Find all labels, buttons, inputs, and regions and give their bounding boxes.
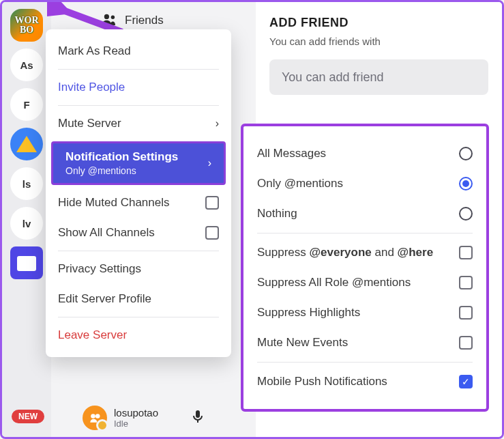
checkbox-icon[interactable] bbox=[459, 336, 473, 350]
svg-point-0 bbox=[104, 14, 109, 18]
server-icon-cheese[interactable] bbox=[10, 128, 43, 160]
menu-leave-label: Leave Server bbox=[58, 328, 127, 342]
server-icon-as[interactable]: As bbox=[10, 48, 43, 81]
option-only-mentions[interactable]: Only @mentions bbox=[257, 169, 473, 199]
option-all-messages[interactable]: All Messages bbox=[257, 139, 473, 169]
menu-privacy-label: Privacy Settings bbox=[58, 262, 141, 276]
menu-divider bbox=[58, 317, 219, 317]
checkbox-icon[interactable] bbox=[459, 306, 473, 320]
checkbox-icon[interactable] bbox=[459, 276, 473, 289]
server-icon-ls[interactable]: ls bbox=[10, 167, 43, 200]
menu-mute-label: Mute Server bbox=[58, 117, 121, 130]
chevron-right-icon: › bbox=[216, 117, 219, 130]
menu-privacy-settings[interactable]: Privacy Settings bbox=[46, 254, 231, 284]
radio-icon[interactable] bbox=[459, 147, 473, 160]
friends-icon bbox=[102, 13, 117, 29]
option-nothing[interactable]: Nothing bbox=[257, 199, 473, 229]
toggle-mute-new-events[interactable]: Mute New Events bbox=[257, 328, 473, 358]
menu-hide-muted-channels[interactable]: Hide Muted Channels bbox=[46, 188, 231, 218]
server-icon-world[interactable]: WORBO bbox=[10, 9, 43, 42]
option-label: Nothing bbox=[257, 207, 297, 221]
radio-icon[interactable] bbox=[459, 207, 473, 221]
friends-label: Friends bbox=[125, 14, 164, 27]
checkbox-icon[interactable] bbox=[205, 196, 219, 210]
menu-show-all-label: Show All Channels bbox=[58, 226, 155, 240]
server-icon-f[interactable]: F bbox=[10, 88, 43, 121]
submenu-divider bbox=[257, 362, 473, 363]
add-friend-placeholder: You can add friend bbox=[282, 70, 383, 85]
submenu-divider bbox=[257, 233, 473, 233]
user-info[interactable]: losupotao Idle bbox=[114, 407, 158, 429]
avatar[interactable] bbox=[83, 406, 107, 430]
menu-invite-label: Invite People bbox=[58, 81, 125, 94]
add-friend-subtitle: You can add friends with bbox=[269, 36, 488, 47]
toggle-suppress-everyone[interactable]: Suppress @everyone and @here bbox=[257, 238, 473, 268]
option-label: All Messages bbox=[257, 147, 326, 160]
menu-divider bbox=[58, 251, 219, 251]
toggle-label: Suppress All Role @mentions bbox=[257, 276, 411, 289]
menu-invite-people[interactable]: Invite People bbox=[46, 72, 231, 102]
toggle-label: Mobile Push Notifications bbox=[257, 375, 387, 388]
svg-point-3 bbox=[91, 414, 95, 419]
toggle-suppress-highlights[interactable]: Suppress Highlights bbox=[257, 298, 473, 328]
user-status: Idle bbox=[114, 419, 158, 429]
svg-point-4 bbox=[95, 414, 100, 419]
toggle-mobile-push[interactable]: Mobile Push Notifications ✓ bbox=[257, 367, 473, 397]
checkbox-icon[interactable] bbox=[459, 246, 473, 259]
user-name: losupotao bbox=[114, 407, 158, 419]
menu-divider bbox=[58, 69, 219, 70]
toggle-label: Mute New Events bbox=[257, 336, 348, 350]
toggle-label: Suppress Highlights bbox=[257, 306, 360, 320]
menu-mark-as-read-label: Mark As Read bbox=[58, 44, 131, 58]
server-context-menu: Mark As Read Invite People Mute Server ›… bbox=[46, 29, 231, 357]
menu-divider bbox=[58, 105, 219, 106]
menu-mark-as-read[interactable]: Mark As Read bbox=[46, 36, 231, 66]
user-panel: losupotao Idle bbox=[83, 406, 203, 430]
menu-leave-server[interactable]: Leave Server bbox=[46, 320, 231, 350]
svg-point-1 bbox=[111, 15, 115, 18]
server-icon-lv[interactable]: lv bbox=[10, 207, 43, 240]
server-folder[interactable] bbox=[10, 246, 43, 279]
add-friend-title: ADD FRIEND bbox=[269, 16, 488, 30]
menu-hide-muted-label: Hide Muted Channels bbox=[58, 196, 169, 210]
chevron-right-icon: › bbox=[208, 157, 211, 169]
menu-notification-title: Notification Settings bbox=[65, 150, 178, 164]
server-list: WORBO As F ls lv bbox=[2, 2, 51, 437]
notification-submenu: All Messages Only @mentions Nothing Supp… bbox=[241, 124, 489, 412]
toggle-label: Suppress @everyone and @here bbox=[257, 246, 433, 259]
menu-show-all-channels[interactable]: Show All Channels bbox=[46, 218, 231, 248]
option-label: Only @mentions bbox=[257, 177, 343, 190]
new-badge: NEW bbox=[12, 410, 44, 423]
menu-notification-sub: Only @mentions bbox=[65, 165, 178, 176]
add-friend-input[interactable]: You can add friend bbox=[269, 59, 488, 95]
toggle-suppress-role-mentions[interactable]: Suppress All Role @mentions bbox=[257, 268, 473, 298]
menu-edit-profile-label: Edit Server Profile bbox=[58, 292, 151, 306]
menu-edit-server-profile[interactable]: Edit Server Profile bbox=[46, 284, 231, 314]
radio-icon[interactable] bbox=[459, 177, 473, 190]
menu-mute-server[interactable]: Mute Server › bbox=[46, 109, 231, 139]
checkbox-icon[interactable]: ✓ bbox=[459, 375, 473, 388]
menu-notification-settings[interactable]: Notification Settings Only @mentions › bbox=[51, 141, 226, 185]
mic-icon[interactable] bbox=[192, 410, 203, 426]
svg-rect-5 bbox=[196, 410, 200, 418]
checkbox-icon[interactable] bbox=[205, 226, 219, 240]
